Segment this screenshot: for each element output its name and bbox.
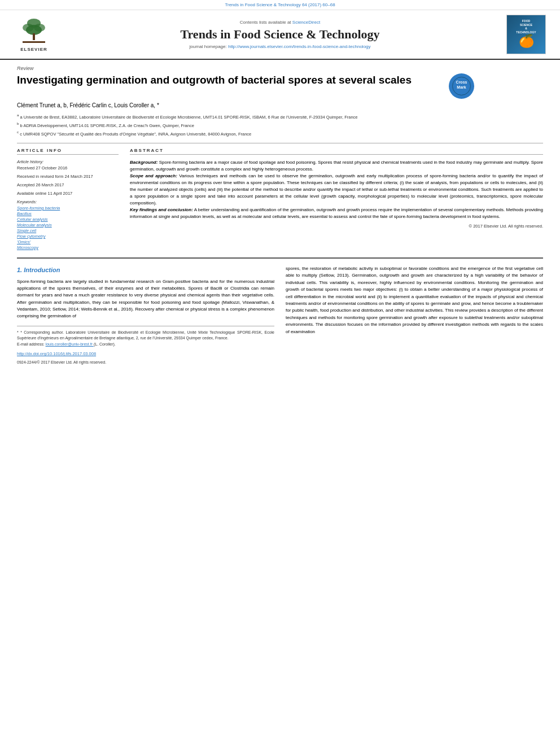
doi-link[interactable]: http://dx.doi.org/10.1016/j.tifs.2017.03… — [17, 351, 96, 356]
received-date: Received 27 October 2016 — [17, 165, 119, 171]
journal-logo: FOODSCIENCE&TECHNOLOGY 🍊 — [504, 15, 549, 54]
footnote-section: * * Corresponding author. Laboratoire Un… — [17, 326, 274, 366]
elsevier-text: ELSEVIER — [20, 47, 47, 52]
svg-rect-5 — [33, 33, 35, 40]
copyright: © 2017 Elsevier Ltd. All rights reserved… — [130, 224, 543, 229]
svg-text:Mark: Mark — [457, 85, 466, 89]
article-info-heading: ARTICLE INFO — [17, 148, 119, 155]
section-title: 1. Introduction — [17, 265, 274, 275]
keyword-4[interactable]: Molecular analysis — [17, 222, 119, 228]
scope-text: Various techniques and methods can be us… — [130, 173, 543, 206]
divider-1 — [17, 143, 543, 143]
journal-header: ELSEVIER Contents lists available at Sci… — [0, 10, 560, 60]
journal-homepage-line: journal homepage: http://www.journals.el… — [56, 44, 504, 49]
homepage-link[interactable]: http://www.journals.elsevier.com/trends-… — [228, 44, 371, 49]
sciencedirect-link[interactable]: ScienceDirect — [292, 20, 320, 25]
article-history-label: Article history: — [17, 159, 119, 164]
logo-text: FOODSCIENCE&TECHNOLOGY — [516, 19, 536, 34]
keyword-7[interactable]: 'Omics' — [17, 239, 119, 244]
body-section: 1. Introduction Spore-forming bacteria a… — [17, 265, 543, 366]
keyword-8[interactable]: Microscopy — [17, 245, 119, 250]
affiliations: a a Université de Brest, EA3882, Laborat… — [17, 113, 543, 137]
body-divider — [17, 257, 543, 259]
journal-ref: Trends in Food Science & Technology 64 (… — [225, 2, 335, 7]
affiliation-1: a a Université de Brest, EA3882, Laborat… — [17, 113, 543, 120]
keyword-3[interactable]: Cellular analysis — [17, 217, 119, 222]
svg-text:Cross: Cross — [456, 80, 467, 84]
abstract-col: ABSTRACT Background: Spore-forming bacte… — [130, 148, 543, 251]
affiliation-3: c c UMR408 SQPOV "Sécurité et Qualité de… — [17, 130, 543, 137]
keyword-1[interactable]: Spore-forming bacteria — [17, 206, 119, 211]
keyword-2[interactable]: Bacillus — [17, 211, 119, 216]
svg-rect-6 — [23, 41, 45, 43]
keyword-6[interactable]: Flow cytometry — [17, 234, 119, 239]
journal-title-center: Contents lists available at ScienceDirec… — [56, 20, 504, 49]
issn-line: 0924-2244/© 2017 Elsevier Ltd. All right… — [17, 360, 274, 366]
top-bar: Trends in Food Science & Technology 64 (… — [0, 0, 560, 10]
accepted-date: Accepted 26 March 2017 — [17, 182, 119, 187]
revised-date: Received in revised form 24 March 2017 — [17, 174, 119, 179]
background-label: Background: — [130, 160, 158, 165]
main-content: Review Investigating germination and out… — [0, 60, 560, 372]
article-title: Investigating germination and outgrowth … — [17, 73, 440, 88]
footnote-email: E-mail address: louis.coroller@univ-bres… — [17, 342, 274, 347]
abstract-text: Background: Spore-forming bacteria are a… — [130, 159, 543, 220]
affiliation-2: b b ADRIA Développement, UMT14.01 SPORE-… — [17, 121, 543, 129]
crossmark-badge: Cross Mark — [449, 73, 474, 99]
contents-line: Contents lists available at ScienceDirec… — [56, 20, 504, 25]
body-col-right: spores, the restoration of metabolic act… — [286, 265, 543, 366]
article-info-col: ARTICLE INFO Article history: Received 2… — [17, 148, 119, 251]
intro-text-right: spores, the restoration of metabolic act… — [286, 265, 543, 335]
keywords-label: Keywords: — [17, 199, 119, 204]
abstract-heading: ABSTRACT — [130, 148, 543, 155]
review-label: Review — [17, 65, 543, 71]
body-col-left: 1. Introduction Spore-forming bacteria a… — [17, 265, 274, 366]
journal-logo-box: FOODSCIENCE&TECHNOLOGY 🍊 — [506, 15, 546, 54]
scope-label: Scope and approach: — [130, 173, 177, 178]
email-link[interactable]: louis.coroller@univ-brest.fr — [46, 342, 94, 346]
keyword-5[interactable]: Single cell — [17, 228, 119, 233]
available-date: Available online 11 April 2017 — [17, 191, 119, 196]
journal-name: Trends in Food Science & Technology — [56, 27, 504, 42]
footnote-corresponding: * * Corresponding author. Laboratoire Un… — [17, 330, 274, 341]
article-info-abstract: ARTICLE INFO Article history: Received 2… — [17, 148, 543, 251]
authors: Clément Trunet a, b, Frédéric Carlin c, … — [17, 102, 543, 108]
intro-text-left: Spore-forming bacteria are largely studi… — [17, 278, 274, 320]
findings-label: Key findings and conclusion: — [130, 207, 193, 212]
elsevier-logo: ELSEVIER — [11, 18, 56, 52]
background-text: Spore-forming bacteria are a major cause… — [130, 160, 543, 172]
logo-fruit: 🍊 — [519, 34, 534, 49]
